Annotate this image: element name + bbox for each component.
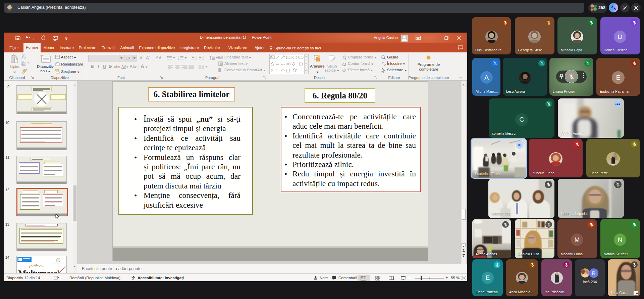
svg-text:{ }: { } — [286, 68, 290, 73]
svg-text:2: 2 — [178, 58, 179, 60]
svg-text:1: 1 — [178, 55, 179, 57]
